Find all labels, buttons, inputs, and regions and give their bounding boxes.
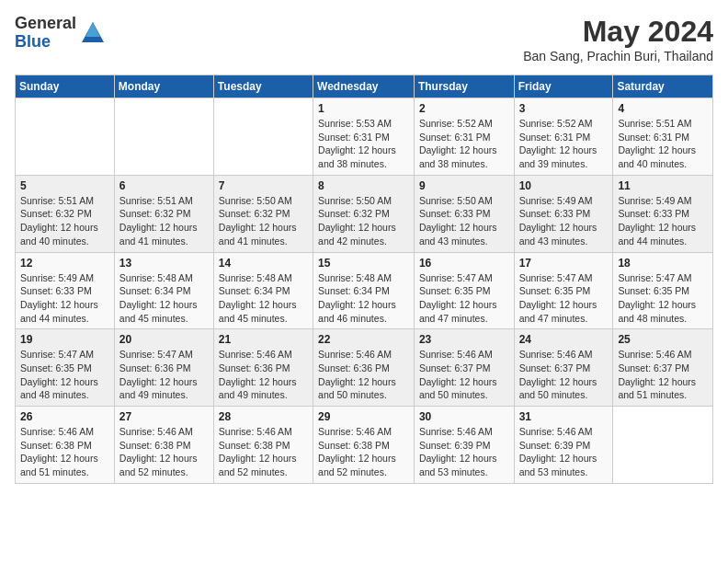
- day-number: 29: [318, 410, 409, 423]
- calendar-day-cell: 4Sunrise: 5:51 AM Sunset: 6:31 PM Daylig…: [613, 98, 713, 176]
- calendar-week-row: 1Sunrise: 5:53 AM Sunset: 6:31 PM Daylig…: [16, 98, 713, 176]
- day-info: Sunrise: 5:46 AM Sunset: 6:36 PM Dayligh…: [219, 348, 308, 402]
- calendar-day-cell: [114, 98, 213, 176]
- day-info: Sunrise: 5:49 AM Sunset: 6:33 PM Dayligh…: [20, 271, 109, 326]
- day-number: 30: [419, 410, 509, 423]
- calendar-day-cell: 8Sunrise: 5:50 AM Sunset: 6:32 PM Daylig…: [313, 175, 415, 252]
- day-number: 3: [519, 102, 609, 115]
- svg-marker-1: [85, 22, 100, 37]
- day-of-week-header: Friday: [514, 75, 613, 98]
- calendar-day-cell: 13Sunrise: 5:48 AM Sunset: 6:34 PM Dayli…: [114, 252, 213, 329]
- calendar-day-cell: 30Sunrise: 5:46 AM Sunset: 6:39 PM Dayli…: [414, 407, 514, 484]
- day-info: Sunrise: 5:50 AM Sunset: 6:33 PM Dayligh…: [419, 194, 509, 248]
- day-info: Sunrise: 5:48 AM Sunset: 6:34 PM Dayligh…: [219, 271, 308, 326]
- calendar-day-cell: [213, 98, 313, 176]
- day-number: 27: [119, 410, 209, 423]
- day-number: 25: [618, 333, 708, 346]
- day-number: 2: [419, 102, 509, 115]
- day-number: 14: [219, 257, 308, 270]
- day-number: 11: [618, 179, 708, 192]
- day-number: 1: [318, 102, 409, 115]
- day-info: Sunrise: 5:50 AM Sunset: 6:32 PM Dayligh…: [219, 194, 308, 248]
- day-info: Sunrise: 5:49 AM Sunset: 6:33 PM Dayligh…: [519, 194, 609, 248]
- calendar-day-cell: 1Sunrise: 5:53 AM Sunset: 6:31 PM Daylig…: [313, 98, 415, 176]
- calendar-day-cell: 12Sunrise: 5:49 AM Sunset: 6:33 PM Dayli…: [16, 252, 115, 329]
- calendar-day-cell: 5Sunrise: 5:51 AM Sunset: 6:32 PM Daylig…: [16, 175, 115, 252]
- day-number: 17: [519, 257, 609, 270]
- page-header: General Blue May 2024 Ban Sang, Prachin …: [15, 15, 713, 63]
- calendar-week-row: 5Sunrise: 5:51 AM Sunset: 6:32 PM Daylig…: [16, 175, 713, 252]
- day-number: 28: [219, 410, 308, 423]
- day-number: 4: [618, 102, 708, 115]
- day-info: Sunrise: 5:47 AM Sunset: 6:36 PM Dayligh…: [119, 348, 209, 402]
- day-of-week-header: Sunday: [16, 75, 115, 98]
- day-info: Sunrise: 5:46 AM Sunset: 6:39 PM Dayligh…: [419, 425, 509, 479]
- day-number: 13: [119, 257, 209, 270]
- day-info: Sunrise: 5:46 AM Sunset: 6:37 PM Dayligh…: [519, 348, 609, 402]
- calendar-day-cell: [613, 407, 713, 484]
- day-number: 16: [419, 257, 509, 270]
- day-info: Sunrise: 5:46 AM Sunset: 6:39 PM Dayligh…: [519, 425, 609, 479]
- day-of-week-header: Wednesday: [313, 75, 415, 98]
- day-info: Sunrise: 5:46 AM Sunset: 6:38 PM Dayligh…: [20, 425, 109, 479]
- day-info: Sunrise: 5:50 AM Sunset: 6:32 PM Dayligh…: [318, 194, 409, 248]
- day-info: Sunrise: 5:46 AM Sunset: 6:38 PM Dayligh…: [119, 425, 209, 479]
- day-info: Sunrise: 5:48 AM Sunset: 6:34 PM Dayligh…: [119, 271, 209, 326]
- day-number: 20: [119, 333, 209, 346]
- day-number: 24: [519, 333, 609, 346]
- day-info: Sunrise: 5:51 AM Sunset: 6:32 PM Dayligh…: [20, 194, 109, 248]
- calendar-day-cell: 14Sunrise: 5:48 AM Sunset: 6:34 PM Dayli…: [213, 252, 313, 329]
- day-info: Sunrise: 5:46 AM Sunset: 6:38 PM Dayligh…: [318, 425, 409, 479]
- day-info: Sunrise: 5:47 AM Sunset: 6:35 PM Dayligh…: [20, 348, 109, 402]
- calendar-day-cell: 19Sunrise: 5:47 AM Sunset: 6:35 PM Dayli…: [16, 329, 115, 407]
- calendar-table: SundayMondayTuesdayWednesdayThursdayFrid…: [15, 75, 713, 484]
- calendar-day-cell: 3Sunrise: 5:52 AM Sunset: 6:31 PM Daylig…: [514, 98, 613, 176]
- calendar-day-cell: 21Sunrise: 5:46 AM Sunset: 6:36 PM Dayli…: [213, 329, 313, 407]
- calendar-day-cell: 15Sunrise: 5:48 AM Sunset: 6:34 PM Dayli…: [313, 252, 415, 329]
- calendar-day-cell: 22Sunrise: 5:46 AM Sunset: 6:36 PM Dayli…: [313, 329, 415, 407]
- day-info: Sunrise: 5:46 AM Sunset: 6:36 PM Dayligh…: [318, 348, 409, 402]
- calendar-day-cell: [16, 98, 115, 176]
- day-info: Sunrise: 5:51 AM Sunset: 6:31 PM Dayligh…: [618, 117, 708, 171]
- calendar-day-cell: 28Sunrise: 5:46 AM Sunset: 6:38 PM Dayli…: [213, 407, 313, 484]
- day-info: Sunrise: 5:46 AM Sunset: 6:37 PM Dayligh…: [618, 348, 708, 402]
- day-number: 19: [20, 333, 109, 346]
- day-number: 8: [318, 179, 409, 192]
- day-number: 7: [219, 179, 308, 192]
- calendar-day-cell: 31Sunrise: 5:46 AM Sunset: 6:39 PM Dayli…: [514, 407, 613, 484]
- calendar-day-cell: 17Sunrise: 5:47 AM Sunset: 6:35 PM Dayli…: [514, 252, 613, 329]
- day-info: Sunrise: 5:51 AM Sunset: 6:32 PM Dayligh…: [119, 194, 209, 248]
- day-number: 23: [419, 333, 509, 346]
- calendar-week-row: 19Sunrise: 5:47 AM Sunset: 6:35 PM Dayli…: [16, 329, 713, 407]
- calendar-day-cell: 23Sunrise: 5:46 AM Sunset: 6:37 PM Dayli…: [414, 329, 514, 407]
- day-info: Sunrise: 5:47 AM Sunset: 6:35 PM Dayligh…: [519, 271, 609, 326]
- day-number: 10: [519, 179, 609, 192]
- day-info: Sunrise: 5:52 AM Sunset: 6:31 PM Dayligh…: [519, 117, 609, 171]
- calendar-day-cell: 25Sunrise: 5:46 AM Sunset: 6:37 PM Dayli…: [613, 329, 713, 407]
- logo: General Blue: [15, 15, 106, 52]
- calendar-day-cell: 26Sunrise: 5:46 AM Sunset: 6:38 PM Dayli…: [16, 407, 115, 484]
- calendar-day-cell: 20Sunrise: 5:47 AM Sunset: 6:36 PM Dayli…: [114, 329, 213, 407]
- day-number: 22: [318, 333, 409, 346]
- day-of-week-header: Monday: [114, 75, 213, 98]
- day-info: Sunrise: 5:48 AM Sunset: 6:34 PM Dayligh…: [318, 271, 409, 326]
- day-number: 26: [20, 410, 109, 423]
- month-year-title: May 2024: [523, 15, 713, 49]
- logo-icon: [80, 20, 106, 46]
- logo-blue-text: Blue: [15, 33, 76, 52]
- calendar-day-cell: 9Sunrise: 5:50 AM Sunset: 6:33 PM Daylig…: [414, 175, 514, 252]
- calendar-day-cell: 2Sunrise: 5:52 AM Sunset: 6:31 PM Daylig…: [414, 98, 514, 176]
- day-info: Sunrise: 5:46 AM Sunset: 6:38 PM Dayligh…: [219, 425, 308, 479]
- calendar-week-row: 26Sunrise: 5:46 AM Sunset: 6:38 PM Dayli…: [16, 407, 713, 484]
- calendar-day-cell: 18Sunrise: 5:47 AM Sunset: 6:35 PM Dayli…: [613, 252, 713, 329]
- logo-general-text: General: [15, 15, 76, 33]
- day-number: 12: [20, 257, 109, 270]
- calendar-day-cell: 6Sunrise: 5:51 AM Sunset: 6:32 PM Daylig…: [114, 175, 213, 252]
- day-info: Sunrise: 5:52 AM Sunset: 6:31 PM Dayligh…: [419, 117, 509, 171]
- day-number: 18: [618, 257, 708, 270]
- day-number: 5: [20, 179, 109, 192]
- title-block: May 2024 Ban Sang, Prachin Buri, Thailan…: [523, 15, 713, 63]
- calendar-day-cell: 27Sunrise: 5:46 AM Sunset: 6:38 PM Dayli…: [114, 407, 213, 484]
- calendar-day-cell: 24Sunrise: 5:46 AM Sunset: 6:37 PM Dayli…: [514, 329, 613, 407]
- day-info: Sunrise: 5:53 AM Sunset: 6:31 PM Dayligh…: [318, 117, 409, 171]
